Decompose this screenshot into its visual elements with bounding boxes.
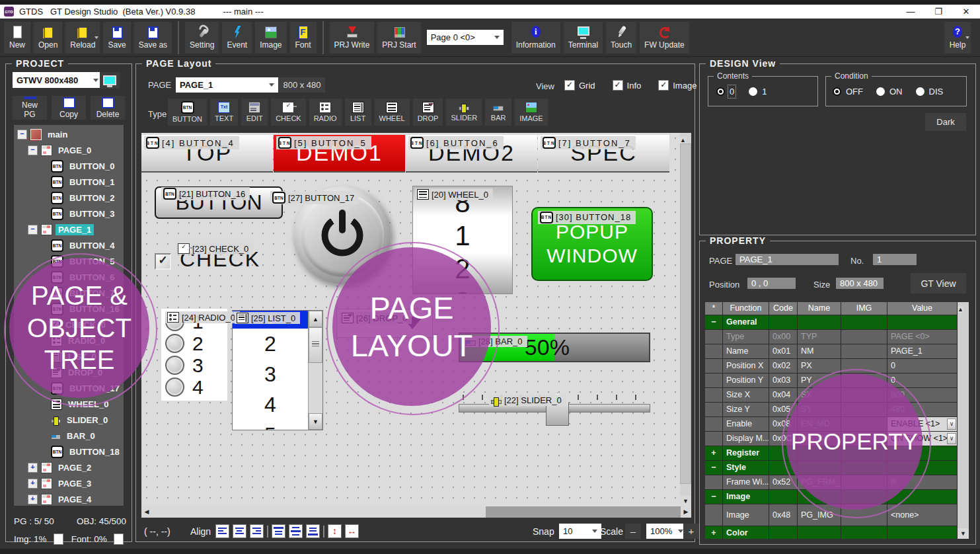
toolbar-button[interactable]: PRJ Start — [377, 22, 420, 54]
row-expand-cell[interactable] — [705, 504, 722, 526]
view-checkbox[interactable]: Grid — [564, 80, 595, 91]
tree-item[interactable]: BUTTON_0 — [14, 158, 124, 174]
contents-radio[interactable]: 0 — [716, 87, 734, 97]
list-item[interactable]: 5 — [233, 420, 308, 430]
value-cell[interactable]: PAGE_1 — [887, 344, 957, 358]
object-type-button[interactable]: RADIO — [309, 99, 342, 126]
toolbar-button[interactable]: PRJ Write — [330, 22, 375, 54]
minimize-button[interactable]: — — [897, 7, 924, 17]
align-button[interactable] — [328, 524, 342, 538]
tree-expand-toggle[interactable]: − — [28, 225, 38, 235]
object-type-button[interactable]: DROP — [413, 99, 443, 126]
toolbar-button[interactable]: Setting — [185, 22, 219, 54]
zoom-out-button[interactable]: – — [625, 524, 641, 539]
condition-radio[interactable]: DIS — [916, 87, 944, 97]
toolbar-button[interactable]: Font — [290, 22, 317, 54]
value-cell[interactable]: 0 — [887, 359, 957, 373]
row-expand-cell[interactable] — [705, 417, 722, 431]
current-page-dropdown[interactable]: PAGE_1 — [176, 77, 278, 93]
toolbar-button[interactable]: Save — [103, 22, 130, 54]
tree-item[interactable]: BAR_0 — [14, 428, 124, 444]
property-row[interactable]: Type 0x00 TYP PAGE <0> — [705, 330, 957, 344]
canvas-object-button18[interactable]: [30] BUTTON_18 POPUP WINDOW — [531, 207, 653, 281]
snap-dropdown[interactable]: 10 — [559, 524, 601, 539]
radio-option[interactable]: 2 — [161, 333, 227, 354]
page-action-button[interactable]: New PG — [13, 96, 47, 120]
tree-item[interactable]: − PAGE_1 — [14, 221, 124, 237]
scroll-thumb[interactable] — [152, 506, 486, 518]
radio-option[interactable]: 4 — [161, 376, 227, 398]
row-expand-cell[interactable]: − — [705, 315, 722, 329]
help-button[interactable]: Help — [944, 22, 971, 54]
value-cell[interactable]: PAGE <0> — [887, 330, 957, 344]
zoom-in-button[interactable]: + — [683, 524, 699, 539]
row-expand-cell[interactable] — [705, 359, 722, 373]
list-item[interactable]: 2 — [233, 329, 308, 359]
row-expand-cell[interactable]: − — [705, 461, 722, 475]
gt-view-button[interactable]: GT View — [911, 273, 966, 294]
property-row[interactable]: Name 0x01 NM PAGE_1 — [705, 344, 957, 358]
maximize-button[interactable]: ❐ — [924, 7, 952, 17]
tree-item[interactable]: + PAGE_3 — [14, 475, 124, 491]
toolbar-button[interactable]: Touch — [606, 22, 636, 54]
list-item[interactable]: 4 — [233, 389, 308, 420]
toolbar-button[interactable]: New — [4, 22, 30, 54]
property-row[interactable]: + Color — [705, 526, 957, 539]
tree-item[interactable]: + PAGE_4 — [14, 491, 124, 506]
align-button[interactable] — [233, 524, 246, 538]
scroll-down-icon[interactable]: ▼ — [680, 496, 691, 506]
object-type-button[interactable]: EDIT — [241, 99, 268, 126]
toolbar-button[interactable]: Event — [222, 22, 252, 54]
object-type-button[interactable]: WHEEL — [375, 99, 410, 126]
value-cell[interactable] — [887, 526, 957, 539]
tree-expand-toggle[interactable]: + — [28, 463, 38, 473]
tree-item[interactable]: − main — [14, 126, 124, 142]
property-row[interactable]: Position X 0x02 PX 0 — [705, 359, 957, 373]
value-cell[interactable] — [887, 315, 957, 329]
model-select-dropdown[interactable]: GTWV 800x480 — [13, 72, 102, 88]
toolbar-button[interactable]: Information — [511, 22, 560, 54]
canvas-object-button5[interactable]: [5] BUTTON_5 DEMO1 — [274, 135, 405, 173]
scroll-down-icon[interactable]: ▼ — [958, 528, 969, 539]
canvas-object-radio0[interactable]: 1234 [24] RADIO_0 — [161, 309, 227, 401]
align-button[interactable] — [323, 526, 324, 537]
toolbar-button[interactable]: Open — [34, 22, 62, 54]
align-button[interactable] — [272, 524, 285, 538]
object-type-button[interactable]: TEXT — [210, 99, 238, 126]
condition-radio[interactable]: ON — [876, 87, 903, 97]
row-expand-cell[interactable]: + — [705, 526, 722, 539]
align-button[interactable] — [306, 524, 320, 538]
align-button[interactable] — [345, 524, 359, 538]
property-table-scrollbar[interactable]: ▲ ▼ — [958, 302, 969, 539]
align-button[interactable] — [250, 524, 264, 538]
scroll-thumb[interactable] — [680, 143, 691, 484]
canvas-vertical-scrollbar[interactable]: ▲ ▼ — [680, 133, 691, 506]
view-checkbox[interactable]: Info — [613, 80, 642, 91]
toolbar-button[interactable]: Terminal — [564, 22, 603, 54]
radio-option[interactable]: 3 — [161, 354, 227, 376]
tree-expand-toggle[interactable]: + — [28, 479, 38, 489]
toolbar-button[interactable]: FW Update — [640, 22, 689, 54]
scale-dropdown[interactable]: 100% — [646, 524, 687, 539]
canvas-horizontal-scrollbar[interactable]: ◀ ▶ — [141, 506, 691, 518]
tree-item[interactable]: + PAGE_2 — [14, 459, 124, 475]
tree-item[interactable]: − PAGE_0 — [14, 142, 124, 158]
canvas-object-check0[interactable]: CHECK [23] CHECK_0 — [151, 244, 316, 278]
tree-expand-toggle[interactable]: − — [28, 145, 38, 155]
tree-expand-toggle[interactable]: + — [28, 495, 38, 504]
monitor-preview-button[interactable] — [100, 72, 120, 89]
close-button[interactable]: ✕ — [952, 7, 980, 17]
scroll-right-icon[interactable]: ▶ — [681, 506, 691, 518]
tree-item[interactable]: SLIDER_0 — [14, 412, 124, 428]
toolbar-button[interactable]: Reload — [65, 22, 100, 54]
object-type-button[interactable]: CHECK — [271, 99, 306, 126]
canvas-object-slider0[interactable]: [22] SLIDER_0 — [459, 389, 650, 428]
scroll-down-icon[interactable]: ▼ — [309, 413, 322, 430]
tree-item[interactable]: BUTTON_4 — [14, 237, 124, 253]
scroll-up-icon[interactable]: ▲ — [309, 311, 322, 327]
object-type-button[interactable]: SLIDER — [446, 99, 482, 126]
row-expand-cell[interactable] — [705, 330, 722, 344]
row-expand-cell[interactable] — [705, 475, 722, 489]
tree-expand-toggle[interactable]: − — [17, 130, 27, 139]
row-expand-cell[interactable]: + — [705, 446, 722, 460]
